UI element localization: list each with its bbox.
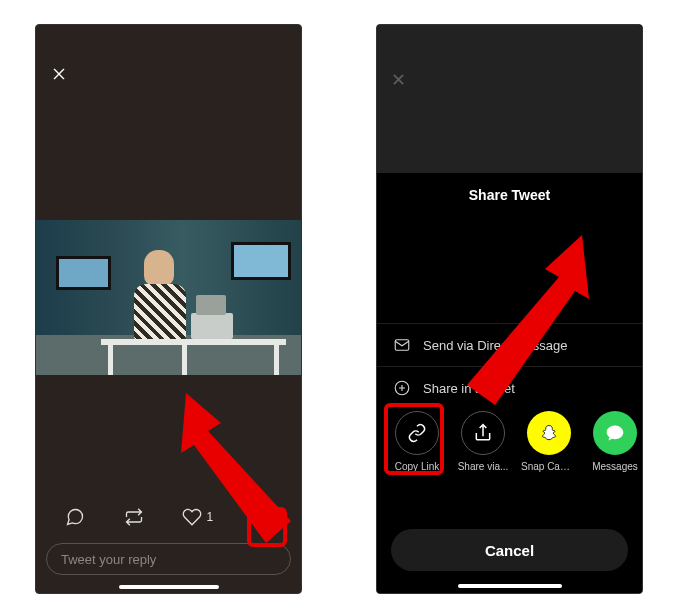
annotation-highlight-share — [247, 507, 287, 547]
home-indicator — [458, 584, 562, 588]
option-label: Send via Direct Message — [423, 338, 568, 353]
svg-rect-1 — [395, 340, 409, 351]
like-button[interactable]: 1 — [182, 507, 213, 527]
share-target-snap-camera[interactable]: Snap Camera — [521, 411, 577, 472]
tweet-detail-screen: 1 Tweet your reply — [35, 24, 302, 594]
tweet-media[interactable] — [36, 220, 301, 375]
sheet-title: Share Tweet — [377, 173, 642, 213]
cancel-button[interactable]: Cancel — [391, 529, 628, 571]
share-target-share-via[interactable]: Share via... — [455, 411, 511, 472]
annotation-highlight-copy-link — [384, 403, 444, 475]
retweet-icon — [124, 507, 144, 527]
reply-input[interactable]: Tweet your reply — [46, 543, 291, 575]
speech-bubble-icon — [65, 507, 85, 527]
share-icon — [473, 423, 493, 443]
share-sheet: Share Tweet Send via Direct Message Shar… — [377, 173, 642, 593]
option-send-dm[interactable]: Send via Direct Message — [377, 323, 642, 366]
retweet-button[interactable] — [124, 507, 144, 527]
share-target-label: Share via... — [455, 461, 511, 472]
like-count: 1 — [206, 510, 213, 524]
close-icon: ✕ — [391, 69, 406, 91]
plus-circle-icon — [393, 379, 411, 397]
heart-icon — [182, 507, 202, 527]
close-icon — [51, 66, 67, 82]
snapchat-icon — [539, 423, 559, 443]
option-label: Share in a Fleet — [423, 381, 515, 396]
share-sheet-screen: ✕ Share Tweet Send via Direct Message Sh… — [376, 24, 643, 594]
share-target-messages[interactable]: Messages — [587, 411, 643, 472]
close-button[interactable] — [48, 63, 70, 85]
cancel-label: Cancel — [485, 542, 534, 559]
share-target-label: Messages — [587, 461, 643, 472]
home-indicator — [119, 585, 219, 589]
messages-icon — [605, 423, 625, 443]
mail-icon — [393, 336, 411, 354]
status-bar — [36, 25, 301, 51]
reply-button[interactable] — [65, 507, 85, 527]
reply-placeholder: Tweet your reply — [61, 552, 156, 567]
dimmed-background[interactable]: ✕ — [377, 25, 642, 173]
share-target-label: Snap Camera — [521, 461, 577, 472]
